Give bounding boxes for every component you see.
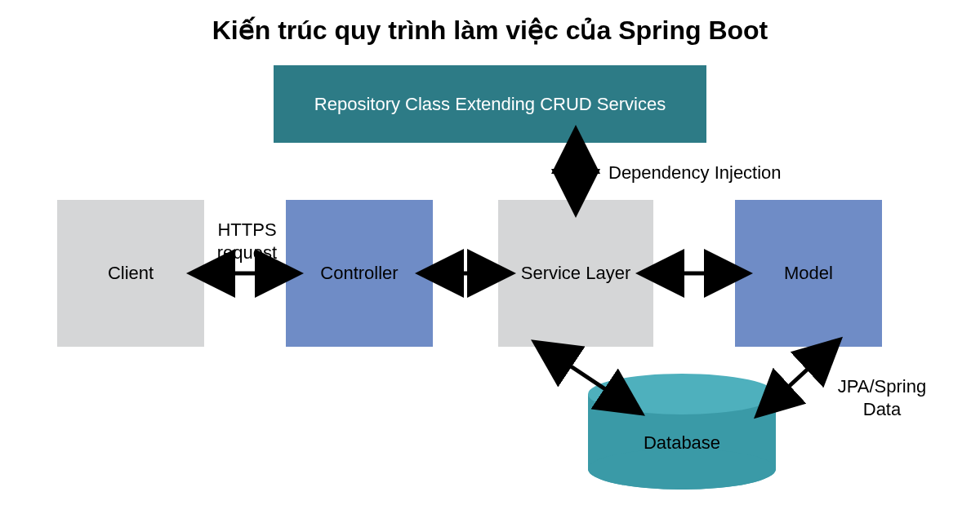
client-box: Client (57, 200, 204, 347)
dependency-injection-annotation: Dependency Injection (608, 162, 821, 184)
svg-line-6 (551, 353, 625, 402)
arrow-service-database (539, 347, 637, 412)
svg-line-7 (772, 353, 825, 402)
model-box: Model (735, 200, 882, 347)
controller-label: Controller (320, 263, 398, 284)
repository-label: Repository Class Extending CRUD Services (314, 94, 666, 115)
repository-box: Repository Class Extending CRUD Services (274, 65, 706, 143)
service-layer-box: Service Layer (498, 200, 653, 347)
arrow-controller-service (433, 261, 498, 286)
arrow-service-model (653, 261, 735, 286)
arrow-model-database (760, 347, 841, 412)
jpa-spring-data-annotation: JPA/Spring Data (825, 375, 939, 420)
service-layer-label: Service Layer (521, 263, 631, 284)
diagram-title: Kiến trúc quy trình làm việc của Spring … (0, 15, 980, 46)
controller-box: Controller (286, 200, 433, 347)
client-label: Client (108, 263, 154, 284)
model-label: Model (784, 263, 833, 284)
svg-point-1 (588, 449, 776, 490)
arrow-client-controller (204, 261, 286, 286)
arrow-repo-service (564, 143, 588, 200)
https-request-annotation: HTTPS request (208, 219, 286, 264)
database-label: Database (580, 432, 784, 454)
